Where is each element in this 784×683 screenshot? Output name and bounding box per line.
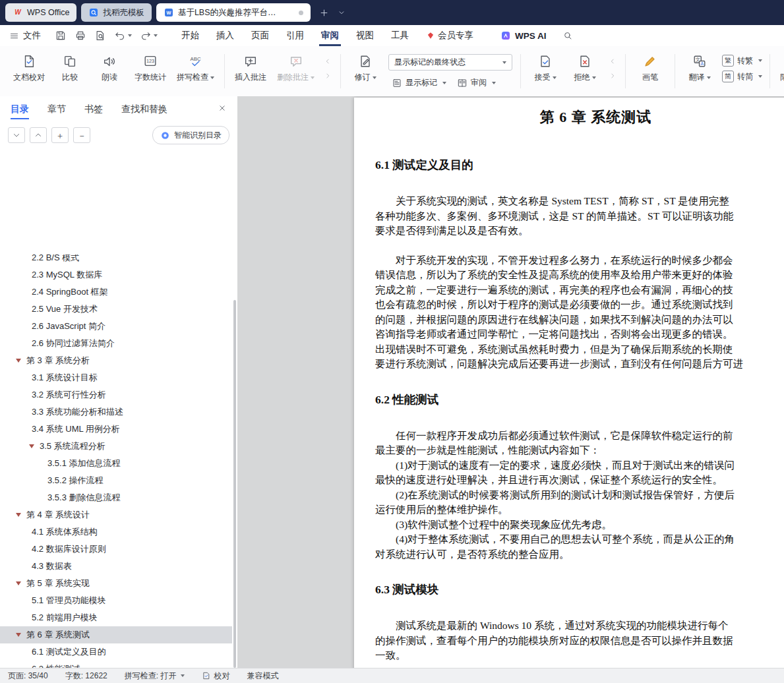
toc-item[interactable]: 3.5.1 添加信息流程 (0, 455, 232, 472)
chevron-down-icon (442, 82, 446, 84)
ribbon-reviewing-pane-button[interactable]: 审阅 (454, 75, 499, 90)
track-changes-icon (358, 54, 373, 69)
toc-item[interactable]: 4.3 数据表 (0, 558, 232, 575)
prev-comment-button[interactable] (606, 55, 619, 67)
ribbon-accept-button[interactable]: 接受 (526, 49, 565, 86)
ribbon-insert-comment-button[interactable]: 插入批注 (229, 49, 272, 86)
ribbon-reject-button[interactable]: 拒绝 (565, 49, 605, 86)
search-button[interactable] (562, 30, 573, 41)
document-line: 的问题，并根据问题的原因进行在线解决问题，如果找不到解决问题的办法可以 (375, 312, 784, 328)
sidebar-scrollbar[interactable] (233, 300, 236, 668)
ribbon-delete-comment-button[interactable]: 删除批注 (272, 49, 320, 86)
word-count-indicator[interactable]: 字数: 12622 (65, 670, 107, 682)
ribbon-group-divider (769, 54, 770, 88)
sidebar-close-button[interactable] (218, 104, 227, 115)
menu-tab-label: 会员专享 (438, 30, 473, 42)
convert-button-0[interactable]: 繁转繁 (722, 55, 762, 67)
toc-item-label: 3.5 系统流程分析 (40, 440, 106, 452)
menu-tab-2[interactable]: 页面 (243, 25, 278, 46)
ribbon-group-5: 文A翻译繁转繁简转简 (677, 46, 768, 96)
toc-item[interactable]: 3.2 系统可行性分析 (0, 386, 232, 403)
print-preview-button[interactable] (91, 28, 109, 44)
document-tab-active[interactable]: W基于LBS的兴趣推荐平台设计与... (156, 3, 311, 22)
wps-ai-logo (500, 30, 511, 41)
toc-item[interactable]: 3.3 系统功能分析和描述 (0, 403, 232, 421)
toc-toggle-icon[interactable] (16, 633, 21, 637)
proofread-status-icon (202, 671, 211, 680)
toc-zoom-in-button[interactable]: ＋ (51, 127, 69, 143)
toc-item[interactable]: 3.4 系统 UML 用例分析 (0, 421, 232, 438)
toc-item[interactable]: 2.3 MySQL 数据库 (0, 266, 232, 283)
spellcheck-toggle[interactable]: 拼写检查: 打开 (125, 670, 185, 682)
menu-tab-6[interactable]: 工具 (382, 25, 417, 46)
toc-item[interactable]: 4.1 系统体系结构 (0, 523, 232, 541)
sidebar-tab-find-replace[interactable]: 查找和替换 (121, 97, 167, 122)
ribbon-ink-pen-button[interactable]: 画笔 (630, 49, 670, 86)
toc-item[interactable]: 6.1 测试定义及目的 (0, 643, 232, 661)
save-button[interactable] (51, 28, 70, 44)
toc-item[interactable]: 第 6 章 系统测试 (0, 626, 232, 643)
smart-toc-button[interactable]: 智能识别目录 (152, 126, 229, 144)
ribbon-restrict-editing-button[interactable]: 限制编辑 (775, 49, 784, 86)
toc-item[interactable]: 2.6 JavaScript 简介 (0, 318, 232, 335)
menu-tab-4[interactable]: 审阅 (313, 25, 347, 46)
ribbon-spell-check-button[interactable]: ABC拼写检查 (171, 49, 220, 86)
prev-comment-button[interactable] (321, 55, 334, 67)
toc-expand-all-button[interactable] (8, 127, 25, 143)
menu-tab-7[interactable]: 会员专享 (417, 25, 482, 46)
next-comment-button[interactable] (606, 70, 619, 82)
redo-button[interactable] (136, 28, 161, 44)
toc-item[interactable]: 4.2 数据库设计原则 (0, 541, 232, 558)
paragraph: (1)对于测试的速度有一定的要求，速度必须快，而且对于测试出来的错误问最快的速度… (375, 458, 784, 488)
next-comment-button[interactable] (321, 70, 334, 82)
reject-icon (578, 54, 592, 69)
menu-tab-0[interactable]: 开始 (173, 25, 208, 46)
toc-item[interactable]: 3.1 系统设计目标 (0, 369, 232, 386)
toc-toggle-icon[interactable] (16, 581, 21, 585)
wps-ai-button[interactable]: WPS AI (500, 30, 547, 41)
ribbon-document-proofread-button[interactable]: 文档校对 (8, 49, 50, 86)
file-menu-button[interactable]: 文件 (9, 30, 41, 42)
toc-item[interactable]: 2.6 协同过滤算法简介 (0, 335, 232, 352)
proofread-button[interactable]: 校对 (202, 670, 229, 682)
ribbon-translate-button[interactable]: 文A翻译 (680, 49, 719, 86)
toc-zoom-out-button[interactable]: － (73, 127, 90, 143)
sidebar-tab-toc[interactable]: 目录 (11, 97, 29, 122)
display-marks-select[interactable]: 显示标记的最终状态 (388, 54, 512, 71)
toc-item[interactable]: 2.4 SpringBoot 框架 (0, 283, 232, 301)
toc-item[interactable]: 第 3 章 系统分析 (0, 352, 232, 369)
toc-item[interactable]: 2.2 B/S 模式 (0, 254, 232, 266)
toc-toggle-icon[interactable] (16, 513, 21, 517)
toc-item[interactable]: 第 5 章 系统实现 (0, 575, 232, 592)
menu-tab-1[interactable]: 插入 (208, 25, 243, 46)
sidebar-tab-bookmarks[interactable]: 书签 (84, 97, 103, 122)
ribbon-word-count-button[interactable]: 123字数统计 (129, 49, 171, 86)
app-tab-wps-office[interactable]: WWPS Office (5, 3, 76, 22)
toc-toggle-icon[interactable] (29, 444, 34, 448)
document-page[interactable]: 第 6 章 系统测试 6.1 测试定义及目的关于系统实现的测试，英文名称是 Sy… (354, 98, 784, 668)
app-tab-docer[interactable]: 找稻壳模板 (81, 3, 152, 22)
new-tab-button[interactable] (317, 5, 332, 20)
convert-button-1[interactable]: 简转简 (722, 71, 762, 82)
quick-access-toolbar (51, 28, 161, 44)
page-indicator[interactable]: 页面: 35/40 (8, 670, 48, 682)
menu-tab-5[interactable]: 视图 (347, 25, 382, 46)
ribbon-read-aloud-button[interactable]: 朗读 (90, 49, 129, 86)
toc-collapse-all-button[interactable] (30, 127, 47, 143)
toc-toggle-icon[interactable] (16, 359, 21, 363)
ribbon-compare-button[interactable]: 比较 (50, 49, 90, 86)
print-button[interactable] (71, 28, 90, 44)
toc-item[interactable]: 2.5 Vue 开发技术 (0, 301, 232, 318)
undo-button[interactable] (111, 28, 135, 44)
sidebar-tab-chapters[interactable]: 章节 (47, 97, 66, 122)
toc-item[interactable]: 5.1 管理员功能模块 (0, 592, 232, 609)
toc-item[interactable]: 3.5 系统流程分析 (0, 438, 232, 455)
menu-tab-3[interactable]: 引用 (278, 25, 313, 46)
tab-list-chevron-button[interactable] (334, 5, 349, 20)
toc-item[interactable]: 5.2 前端用户模块 (0, 609, 232, 626)
toc-item[interactable]: 第 4 章 系统设计 (0, 506, 232, 523)
toc-item[interactable]: 3.5.2 操作流程 (0, 472, 232, 489)
toc-item[interactable]: 3.5.3 删除信息流程 (0, 489, 232, 506)
ribbon-track-changes-button[interactable]: 修订 (346, 49, 385, 86)
ribbon-show-markup-button[interactable]: 显示标记 (388, 75, 450, 90)
